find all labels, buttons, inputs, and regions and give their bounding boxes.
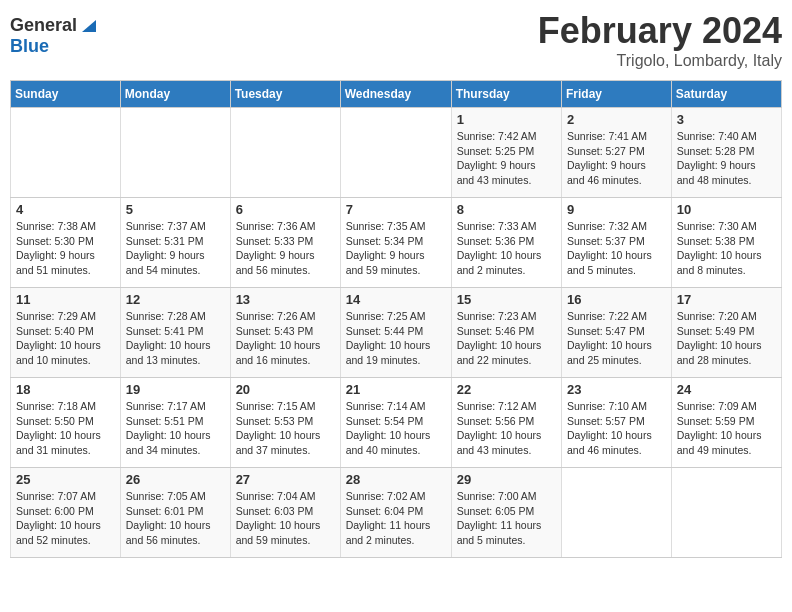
day-info: Sunrise: 7:04 AMSunset: 6:03 PMDaylight:… [236, 489, 335, 548]
day-number: 3 [677, 112, 776, 127]
calendar-cell: 5Sunrise: 7:37 AMSunset: 5:31 PMDaylight… [120, 198, 230, 288]
calendar-cell: 26Sunrise: 7:05 AMSunset: 6:01 PMDayligh… [120, 468, 230, 558]
day-info: Sunrise: 7:35 AMSunset: 5:34 PMDaylight:… [346, 219, 446, 278]
calendar-cell: 4Sunrise: 7:38 AMSunset: 5:30 PMDaylight… [11, 198, 121, 288]
day-info: Sunrise: 7:41 AMSunset: 5:27 PMDaylight:… [567, 129, 666, 188]
calendar-cell: 1Sunrise: 7:42 AMSunset: 5:25 PMDaylight… [451, 108, 561, 198]
calendar-header-row: SundayMondayTuesdayWednesdayThursdayFrid… [11, 81, 782, 108]
logo-general: General [10, 15, 77, 36]
day-info: Sunrise: 7:17 AMSunset: 5:51 PMDaylight:… [126, 399, 225, 458]
column-header-sunday: Sunday [11, 81, 121, 108]
calendar-cell: 8Sunrise: 7:33 AMSunset: 5:36 PMDaylight… [451, 198, 561, 288]
calendar-week-row: 4Sunrise: 7:38 AMSunset: 5:30 PMDaylight… [11, 198, 782, 288]
calendar-cell: 10Sunrise: 7:30 AMSunset: 5:38 PMDayligh… [671, 198, 781, 288]
day-number: 16 [567, 292, 666, 307]
day-number: 27 [236, 472, 335, 487]
logo: General Blue [10, 10, 96, 57]
logo-triangle-icon [78, 16, 96, 34]
day-info: Sunrise: 7:22 AMSunset: 5:47 PMDaylight:… [567, 309, 666, 368]
day-number: 28 [346, 472, 446, 487]
day-number: 24 [677, 382, 776, 397]
calendar-cell [120, 108, 230, 198]
calendar-cell: 7Sunrise: 7:35 AMSunset: 5:34 PMDaylight… [340, 198, 451, 288]
day-info: Sunrise: 7:15 AMSunset: 5:53 PMDaylight:… [236, 399, 335, 458]
column-header-monday: Monday [120, 81, 230, 108]
calendar-cell: 27Sunrise: 7:04 AMSunset: 6:03 PMDayligh… [230, 468, 340, 558]
day-number: 6 [236, 202, 335, 217]
calendar-cell [11, 108, 121, 198]
calendar-cell: 25Sunrise: 7:07 AMSunset: 6:00 PMDayligh… [11, 468, 121, 558]
column-header-saturday: Saturday [671, 81, 781, 108]
day-info: Sunrise: 7:28 AMSunset: 5:41 PMDaylight:… [126, 309, 225, 368]
day-number: 5 [126, 202, 225, 217]
calendar-cell: 11Sunrise: 7:29 AMSunset: 5:40 PMDayligh… [11, 288, 121, 378]
day-number: 4 [16, 202, 115, 217]
location-title: Trigolo, Lombardy, Italy [538, 52, 782, 70]
day-number: 25 [16, 472, 115, 487]
day-number: 21 [346, 382, 446, 397]
day-number: 15 [457, 292, 556, 307]
day-number: 20 [236, 382, 335, 397]
day-info: Sunrise: 7:18 AMSunset: 5:50 PMDaylight:… [16, 399, 115, 458]
day-number: 2 [567, 112, 666, 127]
day-info: Sunrise: 7:14 AMSunset: 5:54 PMDaylight:… [346, 399, 446, 458]
calendar-cell: 12Sunrise: 7:28 AMSunset: 5:41 PMDayligh… [120, 288, 230, 378]
calendar-cell: 20Sunrise: 7:15 AMSunset: 5:53 PMDayligh… [230, 378, 340, 468]
calendar-cell: 21Sunrise: 7:14 AMSunset: 5:54 PMDayligh… [340, 378, 451, 468]
day-number: 1 [457, 112, 556, 127]
day-number: 17 [677, 292, 776, 307]
day-info: Sunrise: 7:38 AMSunset: 5:30 PMDaylight:… [16, 219, 115, 278]
calendar-cell: 9Sunrise: 7:32 AMSunset: 5:37 PMDaylight… [562, 198, 672, 288]
column-header-thursday: Thursday [451, 81, 561, 108]
calendar-cell: 28Sunrise: 7:02 AMSunset: 6:04 PMDayligh… [340, 468, 451, 558]
day-info: Sunrise: 7:30 AMSunset: 5:38 PMDaylight:… [677, 219, 776, 278]
day-info: Sunrise: 7:42 AMSunset: 5:25 PMDaylight:… [457, 129, 556, 188]
calendar-cell: 16Sunrise: 7:22 AMSunset: 5:47 PMDayligh… [562, 288, 672, 378]
calendar-cell: 19Sunrise: 7:17 AMSunset: 5:51 PMDayligh… [120, 378, 230, 468]
calendar-week-row: 11Sunrise: 7:29 AMSunset: 5:40 PMDayligh… [11, 288, 782, 378]
calendar-week-row: 18Sunrise: 7:18 AMSunset: 5:50 PMDayligh… [11, 378, 782, 468]
day-number: 18 [16, 382, 115, 397]
day-info: Sunrise: 7:25 AMSunset: 5:44 PMDaylight:… [346, 309, 446, 368]
column-header-tuesday: Tuesday [230, 81, 340, 108]
calendar-cell: 24Sunrise: 7:09 AMSunset: 5:59 PMDayligh… [671, 378, 781, 468]
day-number: 11 [16, 292, 115, 307]
day-info: Sunrise: 7:29 AMSunset: 5:40 PMDaylight:… [16, 309, 115, 368]
calendar-cell [230, 108, 340, 198]
calendar-cell: 23Sunrise: 7:10 AMSunset: 5:57 PMDayligh… [562, 378, 672, 468]
svg-marker-0 [82, 20, 96, 32]
day-info: Sunrise: 7:20 AMSunset: 5:49 PMDaylight:… [677, 309, 776, 368]
calendar-cell: 3Sunrise: 7:40 AMSunset: 5:28 PMDaylight… [671, 108, 781, 198]
calendar-cell [562, 468, 672, 558]
calendar-week-row: 25Sunrise: 7:07 AMSunset: 6:00 PMDayligh… [11, 468, 782, 558]
day-info: Sunrise: 7:02 AMSunset: 6:04 PMDaylight:… [346, 489, 446, 548]
calendar-cell: 15Sunrise: 7:23 AMSunset: 5:46 PMDayligh… [451, 288, 561, 378]
calendar-table: SundayMondayTuesdayWednesdayThursdayFrid… [10, 80, 782, 558]
day-number: 19 [126, 382, 225, 397]
day-info: Sunrise: 7:37 AMSunset: 5:31 PMDaylight:… [126, 219, 225, 278]
calendar-cell: 29Sunrise: 7:00 AMSunset: 6:05 PMDayligh… [451, 468, 561, 558]
page-header: General Blue February 2024 Trigolo, Lomb… [10, 10, 782, 70]
title-area: February 2024 Trigolo, Lombardy, Italy [538, 10, 782, 70]
calendar-cell [340, 108, 451, 198]
day-info: Sunrise: 7:23 AMSunset: 5:46 PMDaylight:… [457, 309, 556, 368]
month-title: February 2024 [538, 10, 782, 52]
calendar-cell [671, 468, 781, 558]
calendar-cell: 14Sunrise: 7:25 AMSunset: 5:44 PMDayligh… [340, 288, 451, 378]
day-info: Sunrise: 7:40 AMSunset: 5:28 PMDaylight:… [677, 129, 776, 188]
day-info: Sunrise: 7:26 AMSunset: 5:43 PMDaylight:… [236, 309, 335, 368]
day-number: 22 [457, 382, 556, 397]
calendar-cell: 17Sunrise: 7:20 AMSunset: 5:49 PMDayligh… [671, 288, 781, 378]
day-info: Sunrise: 7:05 AMSunset: 6:01 PMDaylight:… [126, 489, 225, 548]
day-number: 12 [126, 292, 225, 307]
logo-blue: Blue [10, 36, 49, 56]
calendar-cell: 2Sunrise: 7:41 AMSunset: 5:27 PMDaylight… [562, 108, 672, 198]
day-number: 13 [236, 292, 335, 307]
day-number: 7 [346, 202, 446, 217]
day-info: Sunrise: 7:33 AMSunset: 5:36 PMDaylight:… [457, 219, 556, 278]
calendar-cell: 18Sunrise: 7:18 AMSunset: 5:50 PMDayligh… [11, 378, 121, 468]
day-number: 14 [346, 292, 446, 307]
column-header-friday: Friday [562, 81, 672, 108]
day-info: Sunrise: 7:32 AMSunset: 5:37 PMDaylight:… [567, 219, 666, 278]
day-info: Sunrise: 7:36 AMSunset: 5:33 PMDaylight:… [236, 219, 335, 278]
